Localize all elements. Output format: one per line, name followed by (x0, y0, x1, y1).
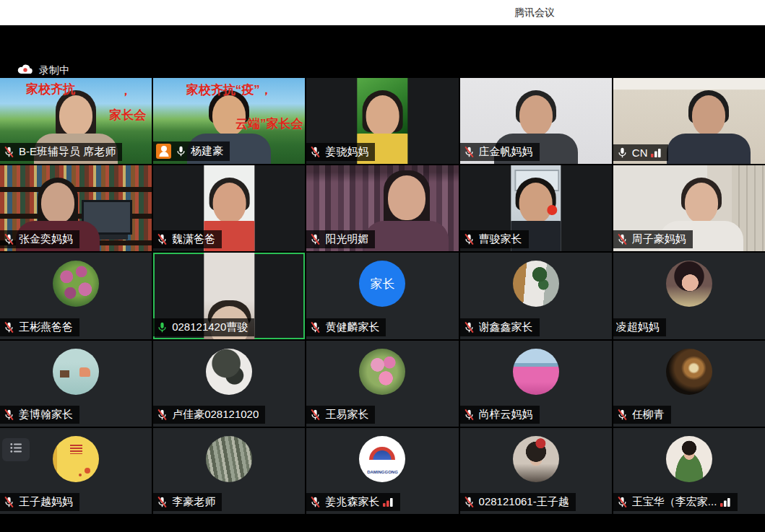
participant-tile[interactable]: 尚梓云妈妈 (460, 341, 612, 427)
name-label: 任柳青 (613, 406, 671, 424)
name-label: 李豪老师 (153, 493, 222, 511)
signal-strength-icon (383, 497, 394, 507)
participant-tile[interactable]: 凌超妈妈 (613, 253, 765, 339)
avatar-text: 家长 (370, 276, 394, 292)
name-label: 凌超妈妈 (613, 318, 666, 336)
participant-name: 阳光明媚 (325, 232, 368, 246)
participant-name: 庄金帆妈妈 (479, 145, 533, 159)
avatar (666, 349, 712, 395)
participant-name: 卢佳豪028121020 (172, 408, 259, 422)
participant-name: 王宝华（李宏家... (632, 495, 717, 509)
participant-tile[interactable]: 028121061-王子越 (460, 428, 612, 514)
participant-tile[interactable]: 028121420曹骏 (153, 253, 305, 339)
participant-tile[interactable]: 魏潇爸爸 (153, 165, 305, 251)
mic-muted-icon (309, 409, 321, 421)
face (685, 183, 718, 223)
participant-tile[interactable]: 家长 黄健麟家长 (306, 253, 458, 339)
face (519, 183, 553, 223)
participant-tile[interactable]: 姜博翰家长 (0, 341, 152, 427)
participant-tile[interactable]: 卢佳豪028121020 (153, 341, 305, 427)
participant-tile[interactable]: 阳光明媚 (306, 165, 458, 251)
participant-name: 王彬燕爸爸 (19, 320, 73, 334)
participant-name: 王子越妈妈 (19, 495, 73, 509)
mic-muted-icon (3, 409, 15, 421)
participant-tile[interactable]: 姜骁妈妈 (306, 78, 458, 164)
name-label: 028121061-王子越 (460, 493, 576, 511)
participant-tile[interactable]: DAMINGGONG 姜兆森家长 (306, 428, 458, 514)
name-label: 庄金帆妈妈 (460, 143, 540, 161)
mic-muted-icon (309, 233, 321, 245)
mic-muted-icon (616, 233, 628, 245)
name-label: 谢鑫鑫家长 (460, 318, 540, 336)
banner-text: 云端”家长会 (235, 115, 303, 132)
participant-tile[interactable]: 谢鑫鑫家长 (460, 253, 612, 339)
face (366, 95, 399, 136)
member-list-icon (10, 442, 22, 456)
participant-name: 张金奕妈妈 (19, 232, 73, 246)
avatar (206, 436, 252, 482)
name-label: 姜博翰家长 (0, 406, 79, 424)
mic-muted-icon (3, 233, 15, 245)
person-silhouette (662, 92, 756, 164)
mic-muted-icon (463, 409, 475, 421)
participant-tile[interactable]: 张金奕妈妈 (0, 165, 152, 251)
participant-name: 028121420曹骏 (172, 320, 248, 334)
avatar: 家长 (359, 261, 405, 307)
name-label: 姜兆森家长 (306, 493, 400, 511)
name-label: CN (613, 144, 669, 161)
name-label: 王易家长 (306, 406, 375, 424)
mic-muted-icon (309, 496, 321, 508)
participant-tile[interactable]: 曹骏家长 (460, 165, 612, 251)
window-titlebar[interactable]: 腾讯会议 (0, 0, 765, 25)
recording-label: 录制中 (39, 64, 69, 77)
tencent-meeting-window: 腾讯会议 录制中 家校齐抗，家长会 B-E班辅导员 席老师 家校齐抗“疫”，云端… (0, 0, 765, 532)
participant-tile[interactable]: 王彬燕爸爸 (0, 253, 152, 339)
name-label: 曹骏家长 (460, 230, 529, 248)
participant-tile[interactable]: 王子越妈妈 (0, 428, 152, 514)
name-label: 王彬燕爸爸 (0, 318, 79, 336)
face (41, 183, 74, 223)
name-label: 028121420曹骏 (153, 318, 254, 336)
name-label: 阳光明媚 (306, 230, 375, 248)
mic-icon (616, 147, 628, 159)
participant-name: 姜骁妈妈 (325, 145, 368, 159)
participant-name: CN (632, 147, 648, 159)
participant-tile[interactable]: 家校齐抗“疫”，云端”家长会 杨建豪 (153, 78, 305, 164)
participant-name: 魏潇爸爸 (172, 232, 215, 246)
participant-tile[interactable]: 王易家长 (306, 341, 458, 427)
name-label: B-E班辅导员 席老师 (0, 143, 122, 161)
participant-tile[interactable]: 李豪老师 (153, 428, 305, 514)
face (212, 183, 246, 223)
mic-muted-icon (616, 409, 628, 421)
avatar (53, 436, 99, 482)
member-list-button[interactable] (2, 438, 30, 461)
participant-tile[interactable]: 庄金帆妈妈 (460, 78, 612, 164)
name-label: 黄健麟家长 (306, 318, 386, 336)
participant-tile[interactable]: 王宝华（李宏家... (613, 428, 765, 514)
mic-muted-icon (463, 146, 475, 158)
name-label: 王宝华（李宏家... (613, 493, 738, 511)
banner-text: 家长会 (109, 107, 146, 123)
mic-icon (175, 145, 187, 157)
name-label: 姜骁妈妈 (306, 143, 375, 161)
name-label: 周子豪妈妈 (613, 230, 693, 248)
avatar (359, 349, 405, 395)
participant-name: 曹骏家长 (479, 232, 522, 246)
participant-name: 李豪老师 (172, 495, 215, 509)
mic-muted-icon (156, 409, 168, 421)
face (388, 175, 425, 220)
face (59, 95, 92, 136)
avatar (513, 261, 559, 307)
name-label: 杨建豪 (153, 141, 230, 161)
participant-name: B-E班辅导员 席老师 (19, 145, 116, 159)
avatar (53, 261, 99, 307)
mic-muted-icon (156, 233, 168, 245)
cloud-record-icon (17, 64, 33, 77)
participant-tile[interactable]: 周子豪妈妈 (613, 165, 765, 251)
recording-indicator: 录制中 (17, 64, 69, 77)
participant-tile[interactable]: 家校齐抗，家长会 B-E班辅导员 席老师 (0, 78, 152, 164)
participant-name: 黄健麟家长 (325, 320, 379, 334)
participant-tile[interactable]: 任柳青 (613, 341, 765, 427)
participant-tile[interactable]: CN (613, 78, 765, 164)
banner-text: 家校齐抗 (26, 81, 75, 97)
